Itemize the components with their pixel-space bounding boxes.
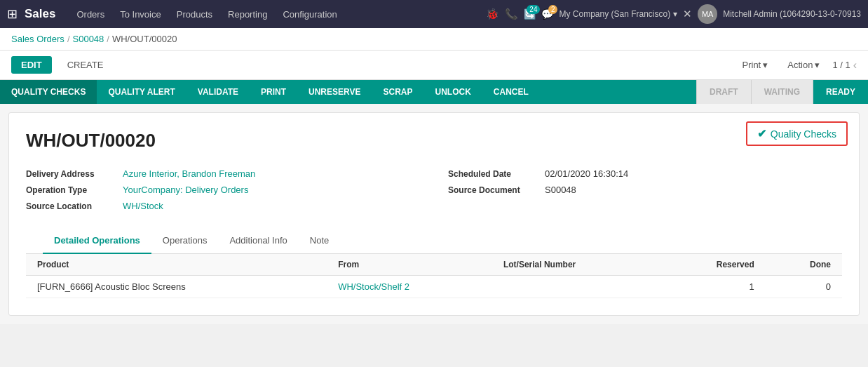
tab-note[interactable]: Note: [299, 228, 340, 254]
col-from: From: [327, 254, 492, 276]
col-reserved: Reserved: [659, 254, 766, 276]
app-name: Sales: [25, 7, 55, 21]
breadcrumb-current: WH/OUT/00020: [112, 34, 177, 44]
quality-check-icon: ✔: [757, 127, 766, 140]
nav-links: Orders To Invoice Products Reporting Con…: [69, 0, 483, 28]
print-dropdown-icon: ▾: [763, 60, 768, 70]
cancel-btn[interactable]: CANCEL: [482, 80, 540, 104]
company-selector[interactable]: My Company (San Francisco) ▾: [559, 9, 677, 19]
chat-icon[interactable]: 🔄24: [524, 8, 536, 20]
chat-badge: 24: [527, 5, 540, 14]
fields-grid: Delivery Address Azure Interior, Brandon…: [26, 168, 842, 211]
tabs-bar: Detailed Operations Operations Additiona…: [26, 228, 842, 254]
main-content: ✔ Quality Checks WH/OUT/00020 Delivery A…: [0, 104, 868, 324]
source-document-label: Source Document: [448, 185, 539, 195]
operation-toolbar: QUALITY CHECKS QUALITY ALERT VALIDATE PR…: [0, 80, 868, 104]
phone-icon[interactable]: 📞: [505, 8, 518, 20]
field-scheduled-date: Scheduled Date 02/01/2020 16:30:14: [448, 168, 842, 179]
scheduled-date-label: Scheduled Date: [448, 169, 539, 179]
operation-type-label: Operation Type: [26, 185, 117, 195]
nav-products[interactable]: Products: [170, 0, 219, 28]
action-dropdown-icon: ▾: [815, 60, 820, 70]
field-operation-type: Operation Type YourCompany: Delivery Ord…: [26, 185, 420, 195]
source-location-value[interactable]: WH/Stock: [123, 201, 163, 211]
app-grid-icon[interactable]: ⊞: [7, 6, 18, 22]
col-product: Product: [26, 254, 327, 276]
status-ready[interactable]: READY: [813, 80, 868, 104]
create-button[interactable]: CREATE: [57, 56, 114, 74]
msg-badge: 2: [548, 5, 558, 14]
validate-btn[interactable]: VALIDATE: [187, 80, 250, 104]
print-op-btn[interactable]: PRINT: [250, 80, 297, 104]
breadcrumb-sep-1: /: [67, 34, 70, 44]
breadcrumb-s00048[interactable]: S00048: [73, 34, 104, 44]
unreserve-btn[interactable]: UNRESERVE: [297, 80, 372, 104]
user-name: Mitchell Admin (1064290-13-0-70913: [723, 9, 861, 19]
status-waiting[interactable]: WAITING: [751, 80, 813, 104]
bug-icon[interactable]: 🐞: [486, 8, 499, 20]
prev-page-icon[interactable]: ‹: [853, 59, 857, 72]
breadcrumb: Sales Orders / S00048 / WH/OUT/00020: [0, 28, 868, 51]
message-icon[interactable]: 💬2: [541, 8, 553, 20]
field-source-location: Source Location WH/Stock: [26, 201, 420, 211]
operations-table: Product From Lot/Serial Number Reserved …: [26, 254, 842, 298]
fields-left: Delivery Address Azure Interior, Brandon…: [26, 168, 420, 211]
pagination-text: 1 / 1: [832, 60, 850, 70]
avatar: MA: [698, 4, 717, 24]
row-from[interactable]: WH/Stock/Shelf 2: [327, 276, 492, 298]
scheduled-date-value: 02/01/2020 16:30:14: [545, 168, 628, 179]
row-product: [FURN_6666] Acoustic Bloc Screens: [26, 276, 327, 298]
row-reserved: 1: [659, 276, 766, 298]
breadcrumb-sep-2: /: [107, 34, 109, 44]
fields-right: Scheduled Date 02/01/2020 16:30:14 Sourc…: [448, 168, 842, 211]
quality-checks-btn[interactable]: QUALITY CHECKS: [0, 80, 97, 104]
field-delivery-address: Delivery Address Azure Interior, Brandon…: [26, 168, 420, 179]
action-bar: EDIT CREATE Print ▾ Action ▾ 1 / 1 ‹: [0, 51, 868, 80]
pagination: 1 / 1 ‹: [832, 59, 857, 72]
status-draft[interactable]: DRAFT: [696, 80, 751, 104]
settings-icon[interactable]: ✕: [683, 8, 692, 20]
quality-checks-badge[interactable]: ✔ Quality Checks: [746, 121, 848, 146]
delivery-address-label: Delivery Address: [26, 169, 117, 179]
print-button[interactable]: Print ▾: [735, 56, 775, 74]
col-done: Done: [766, 254, 842, 276]
row-lot-serial: [492, 276, 659, 298]
company-name: My Company (San Francisco): [559, 9, 670, 19]
nav-to-invoice[interactable]: To Invoice: [113, 0, 168, 28]
col-lot-serial: Lot/Serial Number: [492, 254, 659, 276]
top-nav: ⊞ Sales Orders To Invoice Products Repor…: [0, 0, 868, 28]
tab-operations[interactable]: Operations: [151, 228, 219, 254]
action-label: Action: [787, 60, 813, 70]
field-source-document: Source Document S00048: [448, 185, 842, 195]
tab-additional-info[interactable]: Additional Info: [218, 228, 298, 254]
top-nav-right: 🐞 📞 🔄24 💬2 My Company (San Francisco) ▾ …: [486, 4, 861, 24]
doc-title: WH/OUT/00020: [26, 130, 842, 152]
print-label: Print: [742, 60, 761, 70]
quality-checks-label: Quality Checks: [771, 128, 836, 140]
unlock-btn[interactable]: UNLOCK: [424, 80, 482, 104]
status-bar: DRAFT WAITING READY: [696, 80, 868, 104]
nav-orders[interactable]: Orders: [69, 0, 111, 28]
source-location-label: Source Location: [26, 201, 117, 211]
breadcrumb-sales-orders[interactable]: Sales Orders: [11, 34, 65, 44]
edit-button[interactable]: EDIT: [11, 56, 52, 74]
action-button[interactable]: Action ▾: [780, 56, 827, 74]
delivery-address-value[interactable]: Azure Interior, Brandon Freeman: [123, 168, 255, 179]
doc-body: WH/OUT/00020 Delivery Address Azure Inte…: [9, 113, 859, 315]
nav-configuration[interactable]: Configuration: [276, 0, 344, 28]
source-document-value: S00048: [545, 185, 576, 195]
table-row: [FURN_6666] Acoustic Bloc Screens WH/Sto…: [26, 276, 842, 298]
quality-alert-btn[interactable]: QUALITY ALERT: [97, 80, 186, 104]
operation-type-value[interactable]: YourCompany: Delivery Orders: [123, 185, 248, 195]
nav-reporting[interactable]: Reporting: [221, 0, 274, 28]
row-done: 0: [766, 276, 842, 298]
tab-detailed-operations[interactable]: Detailed Operations: [43, 228, 151, 254]
company-dropdown-icon: ▾: [673, 9, 677, 19]
scrap-btn[interactable]: SCRAP: [372, 80, 423, 104]
document-card: ✔ Quality Checks WH/OUT/00020 Delivery A…: [8, 112, 860, 316]
